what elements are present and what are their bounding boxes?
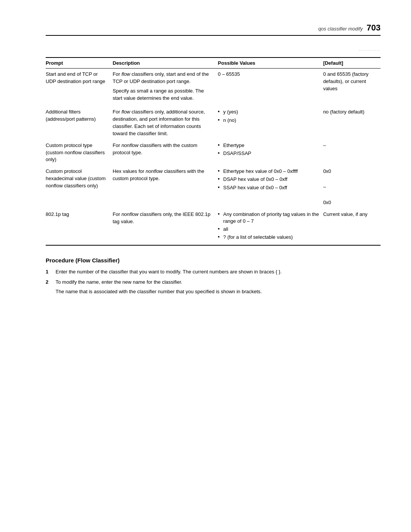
desc-para-1: For flow classifiers only, start and end… <box>113 71 214 85</box>
italic-nonflow-3: nonflow <box>121 211 139 217</box>
cell-default: 0x0 – 0x0 <box>323 166 381 209</box>
bullet-list: y (yes) n (no) <box>218 109 320 123</box>
cell-default: Current value, if any <box>323 209 381 244</box>
cell-description: For nonflow classifiers with the custom … <box>113 140 218 166</box>
list-item: Any combination of priority tag values i… <box>218 211 320 225</box>
cell-possible-values: y (yes) n (no) <box>218 106 323 139</box>
list-item: y (yes) <box>218 109 320 115</box>
cell-default: 0 and 65535 (factory defaults), or curre… <box>323 69 381 107</box>
table-row: Start and end of TCP or UDP destination … <box>46 69 381 107</box>
cell-possible-values: Ethertype DSAP/SSAP <box>218 140 323 166</box>
step-number-2: 2 <box>46 279 52 296</box>
step-text-1: Enter the number of the classifier that … <box>56 269 282 275</box>
page-header: qos classifier modify 703 <box>46 23 381 36</box>
page-dots: ............ <box>46 47 381 51</box>
list-item: SSAP hex value of 0x0 – 0xff <box>218 184 320 191</box>
step-content-1: Enter the number of the classifier that … <box>56 269 381 275</box>
desc-para-2: Specify as small a range as possible. Th… <box>113 88 214 102</box>
italic-nonflow-2: nonflow <box>146 168 163 174</box>
cell-prompt: Start and end of TCP or UDP destination … <box>46 69 113 107</box>
cell-possible-values: 0 – 65535 <box>218 69 323 107</box>
list-item: all <box>218 226 320 233</box>
default-dsap: – <box>323 184 377 191</box>
cell-prompt: 802.1p tag <box>46 209 113 244</box>
list-item: Ethertype <box>218 142 320 149</box>
page-title: qos classifier modify <box>318 26 363 32</box>
italic-flow: flow <box>121 71 130 77</box>
main-table: Prompt Description Possible Values [Defa… <box>46 57 381 246</box>
bullet-list: Ethertype hex value of 0x0 – 0xffff DSAP… <box>218 168 320 191</box>
col-prompt: Prompt <box>46 58 113 69</box>
table-header-row: Prompt Description Possible Values [Defa… <box>46 58 381 69</box>
table-row: 802.1p tag For nonflow classifiers only,… <box>46 209 381 244</box>
list-item: DSAP hex value of 0x0 – 0xff <box>218 176 320 183</box>
italic-nonflow-1: nonflow <box>121 142 139 148</box>
cell-description: For flow classifiers only, start and end… <box>113 69 218 107</box>
table-footer-row <box>46 244 381 245</box>
bullet-list: Any combination of priority tag values i… <box>218 211 320 241</box>
procedure-heading: Procedure (Flow Classifier) <box>46 257 381 264</box>
table-row: Custom protocol hexadecimal value (custo… <box>46 166 381 209</box>
list-item: n (no) <box>218 117 320 124</box>
table-bottom-border <box>46 244 381 245</box>
default-ethertype: 0x0 <box>323 168 377 175</box>
procedure-step-2: 2 To modify the name, enter the new name… <box>46 279 381 296</box>
list-item: Ethertype hex value of 0x0 – 0xffff <box>218 168 320 175</box>
cell-possible-values: Any combination of priority tag values i… <box>218 209 323 244</box>
procedure-step-1: 1 Enter the number of the classifier tha… <box>46 269 381 275</box>
col-possible-values: Possible Values <box>218 58 323 69</box>
table-row: Custom protocol type (custom nonflow cla… <box>46 140 381 166</box>
cell-prompt: Custom protocol type (custom nonflow cla… <box>46 140 113 166</box>
cell-prompt: Custom protocol hexadecimal value (custo… <box>46 166 113 209</box>
cell-default: – <box>323 140 381 166</box>
step-content-2: To modify the name, enter the new name f… <box>56 279 381 296</box>
cell-prompt: Additional filters (address/port pattern… <box>46 106 113 139</box>
cell-default: no (factory default) <box>323 106 381 139</box>
italic-flow-2: flow <box>121 109 130 115</box>
procedure-section: Procedure (Flow Classifier) 1 Enter the … <box>46 257 381 296</box>
default-ssap: 0x0 <box>323 199 377 206</box>
cell-description: Hex values for nonflow classifiers with … <box>113 166 218 209</box>
bullet-list: Ethertype DSAP/SSAP <box>218 142 320 157</box>
step-sub-2: The name that is associated with the cla… <box>56 288 381 296</box>
col-description: Description <box>113 58 218 69</box>
step-number-1: 1 <box>46 269 52 275</box>
cell-description: For nonflow classifiers only, the IEEE 8… <box>113 209 218 244</box>
page-container: qos classifier modify 703 ............ P… <box>0 0 411 532</box>
cell-possible-values: Ethertype hex value of 0x0 – 0xffff DSAP… <box>218 166 323 209</box>
cell-description: For flow classifiers only, additional so… <box>113 106 218 139</box>
page-number: 703 <box>366 23 381 33</box>
col-default: [Default] <box>323 58 381 69</box>
procedure-steps: 1 Enter the number of the classifier tha… <box>46 269 381 296</box>
step-text-2: To modify the name, enter the new name f… <box>56 279 182 285</box>
list-item: ? (for a list of selectable values) <box>218 234 320 241</box>
list-item: DSAP/SSAP <box>218 150 320 157</box>
table-row: Additional filters (address/port pattern… <box>46 106 381 139</box>
